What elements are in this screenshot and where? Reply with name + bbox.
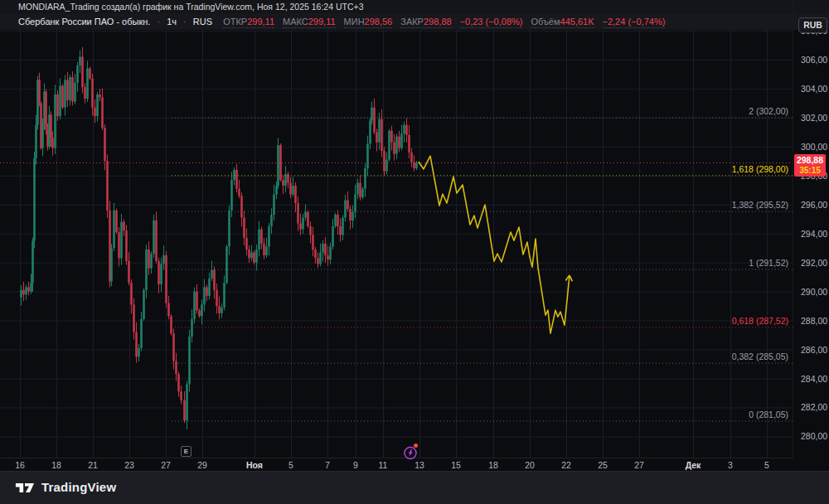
candlestick (339, 226, 342, 235)
candlestick (329, 246, 332, 259)
notification-dot (414, 443, 418, 448)
stat-value: 299,11 (247, 17, 274, 27)
candlestick (89, 68, 91, 78)
candlestick (71, 77, 74, 102)
candlestick (312, 235, 314, 249)
candlestick (240, 196, 243, 217)
time-tick: 13 (405, 460, 434, 470)
stat-value: 298,88 (424, 17, 452, 27)
currency-button[interactable]: RUB (798, 17, 827, 33)
candlestick (84, 87, 86, 99)
stat-item: −0,23 (−0,08%) (460, 17, 523, 28)
price-tick: 296,00 (801, 200, 827, 210)
stat-value: 299,11 (308, 17, 336, 27)
candlestick (167, 303, 170, 317)
time-tick: Ноя (240, 460, 269, 470)
candlestick (349, 209, 351, 220)
footer-bar: TradingView (0, 471, 829, 504)
chart-canvas[interactable]: 2,618 (308,47)2 (302,00)1,618 (298,00)1,… (0, 0, 793, 458)
exchange-label[interactable]: RUS (193, 17, 212, 27)
separator: · (157, 17, 160, 27)
candlestick (51, 138, 54, 148)
candlestick (294, 186, 297, 203)
candlestick (115, 211, 118, 232)
candlestick (41, 124, 44, 148)
price-tick: 294,00 (801, 229, 827, 239)
stat-item: Объём445,61K (531, 17, 594, 28)
price-tick: 286,00 (801, 345, 827, 355)
candlestick (201, 304, 203, 316)
candlestick (193, 292, 196, 319)
candlestick (371, 108, 373, 121)
candlestick (356, 183, 359, 195)
stat-label: ОТКР (223, 17, 247, 27)
price-tick: 284,00 (801, 374, 827, 384)
candlestick (322, 244, 324, 252)
candlestick (30, 283, 32, 291)
candlestick (400, 133, 403, 148)
candlestick (196, 292, 198, 311)
candlestick (206, 287, 208, 295)
candlestick (64, 80, 66, 107)
stat-value: −0,23 (−0,08%) (460, 17, 523, 27)
projection-arrowhead (570, 275, 572, 281)
candlestick (334, 215, 337, 226)
candlestick (33, 158, 36, 241)
candlestick (158, 261, 160, 284)
candlestick (125, 230, 128, 261)
fib-level-label: 0,618 (287,52) (732, 316, 788, 326)
candlestick (309, 226, 312, 235)
stat-item: МИН298,56 (344, 17, 393, 28)
candlestick (221, 308, 223, 313)
stat-label: МАКС (283, 17, 308, 27)
candlestick (243, 218, 245, 238)
time-tick: 29 (188, 460, 216, 470)
price-axis[interactable]: 308,00306,00304,00302,00300,00298,00296,… (793, 0, 829, 458)
time-tick: 22 (552, 460, 580, 470)
candlestick (91, 79, 94, 108)
price-tick: 280,00 (801, 431, 827, 441)
candlestick (277, 145, 279, 186)
candlestick (408, 135, 410, 153)
candlestick (347, 201, 349, 209)
candlestick (314, 250, 317, 258)
candlestick (390, 131, 393, 143)
candlestick (405, 125, 408, 135)
candlestick (172, 333, 175, 361)
interval-label[interactable]: 1ч (167, 17, 177, 27)
time-tick: 27 (625, 460, 653, 470)
price-tick: 306,00 (801, 55, 827, 65)
candlestick (177, 374, 180, 391)
candlestick (59, 85, 61, 116)
lightning-icon[interactable] (403, 445, 418, 460)
candlestick (381, 119, 383, 151)
stat-label: Объём (531, 17, 560, 27)
candlestick (268, 226, 270, 246)
candlestick (32, 240, 34, 283)
candlestick (66, 80, 69, 99)
stat-item: ОТКР299,11 (223, 17, 274, 28)
candlestick (223, 283, 225, 308)
candlestick (250, 252, 253, 258)
tradingview-logo[interactable]: TradingView (15, 480, 116, 494)
time-tick: 15 (442, 460, 470, 470)
candlestick (253, 252, 255, 262)
candlestick (74, 83, 76, 102)
candlestick (208, 279, 211, 296)
candlestick (128, 261, 130, 283)
symbol-title[interactable]: Сбербанк России ПАО - обыкн. (18, 17, 150, 27)
candlestick (230, 180, 233, 211)
last-price-label: 298,88 35:15 (794, 154, 826, 177)
candlestick (150, 254, 153, 268)
candlestick (233, 170, 235, 180)
candlestick (118, 232, 120, 258)
time-tick: 5 (277, 460, 305, 470)
candlestick (304, 212, 307, 218)
time-axis[interactable]: 161821232729Ноя5791113151820222527Дек35 (0, 458, 793, 472)
earnings-badge[interactable]: E (181, 446, 191, 457)
time-tick: 7 (313, 460, 342, 470)
candlestick (393, 143, 395, 154)
bar-countdown: 35:15 (794, 166, 826, 176)
time-tick: 27 (152, 460, 180, 470)
candlestick (369, 120, 371, 143)
